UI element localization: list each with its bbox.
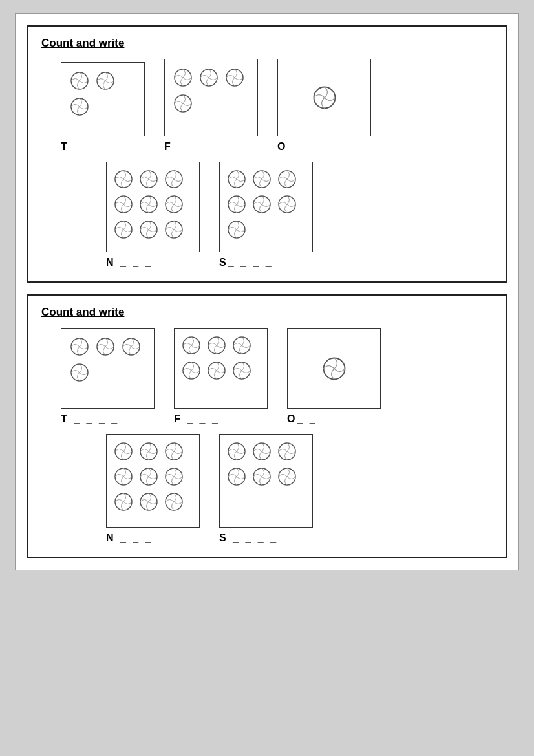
ball-f2-1 (182, 336, 201, 355)
ball-n1-6 (164, 195, 184, 214)
ball-s1-1 (227, 169, 246, 189)
item-n1: N _ _ _ (106, 162, 200, 268)
ball-n2-6 (164, 467, 184, 486)
ball-s2-4 (227, 467, 246, 486)
ball-t2-4 (70, 363, 89, 382)
ball-box-s2 (219, 434, 313, 528)
ball-s1-5 (252, 195, 272, 214)
label-o2: O_ _ (287, 413, 317, 425)
item-t1: T _ _ _ _ (61, 62, 145, 153)
ball-o1-1 (312, 85, 337, 110)
ball-s2-2 (252, 442, 272, 461)
ball-n2-2 (139, 442, 158, 461)
item-f1: F _ _ _ (164, 59, 258, 153)
ball-n2-5 (139, 467, 158, 486)
ball-f2-3 (232, 336, 251, 355)
ball-s2-1 (227, 442, 246, 461)
ball-box-s1 (219, 162, 313, 252)
ball-f2-5 (207, 361, 226, 380)
label-n1: N _ _ _ (106, 257, 153, 268)
ball-n2-8 (139, 492, 158, 512)
label-s1: S_ _ _ _ (219, 257, 273, 268)
ball-f1-4 (173, 94, 193, 113)
ball-n2-3 (164, 442, 184, 461)
section-1-title: Count and write (41, 37, 493, 50)
item-o2: O_ _ (287, 328, 381, 425)
ball-f2-4 (182, 361, 201, 380)
ball-n1-7 (114, 220, 133, 239)
label-o1: O_ _ (277, 141, 308, 153)
label-s2: S _ _ _ _ (219, 532, 278, 544)
section-2-title: Count and write (41, 306, 493, 319)
ball-t1-1 (70, 71, 89, 91)
ball-box-o1 (277, 59, 371, 136)
ball-s1-3 (277, 169, 297, 189)
ball-f1-3 (225, 68, 244, 87)
worksheet-page: Count and write T _ _ _ _ (15, 13, 519, 570)
ball-n2-1 (114, 442, 133, 461)
label-t2: T _ _ _ _ (61, 413, 119, 425)
ball-o2-1 (322, 356, 347, 381)
item-f2: F _ _ _ (174, 328, 268, 425)
ball-s2-5 (252, 467, 272, 486)
ball-t2-3 (122, 337, 141, 356)
ball-n1-4 (114, 195, 133, 214)
ball-f2-6 (232, 361, 251, 380)
ball-n2-9 (164, 492, 184, 512)
item-s1: S_ _ _ _ (219, 162, 313, 268)
section-2: Count and write T _ _ _ _ (27, 294, 507, 558)
ball-f1-1 (173, 68, 193, 87)
item-t2: T _ _ _ _ (61, 328, 155, 425)
ball-t1-3 (70, 97, 89, 116)
ball-n1-2 (139, 169, 158, 189)
section-1: Count and write T _ _ _ _ (27, 25, 507, 283)
ball-box-n2 (106, 434, 200, 528)
ball-s1-2 (252, 169, 272, 189)
ball-box-n1 (106, 162, 200, 252)
ball-box-o2 (287, 328, 381, 409)
ball-n1-9 (164, 220, 184, 239)
label-f1: F _ _ _ (164, 141, 210, 153)
ball-t2-1 (70, 337, 89, 356)
ball-s2-6 (277, 467, 297, 486)
ball-t2-2 (96, 337, 115, 356)
ball-box-f1 (164, 59, 258, 136)
label-t1: T _ _ _ _ (61, 141, 119, 153)
ball-f1-2 (199, 68, 219, 87)
ball-s1-7 (227, 220, 246, 239)
ball-box-t1 (61, 62, 145, 136)
ball-n1-5 (139, 195, 158, 214)
label-n2: N _ _ _ (106, 532, 153, 544)
ball-box-f2 (174, 328, 268, 409)
label-f2: F _ _ _ (174, 413, 220, 425)
ball-t1-2 (96, 71, 115, 91)
ball-f2-2 (207, 336, 226, 355)
ball-n2-7 (114, 492, 133, 512)
ball-n1-1 (114, 169, 133, 189)
item-s2: S _ _ _ _ (219, 434, 313, 544)
ball-n1-8 (139, 220, 158, 239)
item-o1: O_ _ (277, 59, 371, 153)
ball-s2-3 (277, 442, 297, 461)
ball-s1-6 (277, 195, 297, 214)
ball-s1-4 (227, 195, 246, 214)
ball-n2-4 (114, 467, 133, 486)
ball-n1-3 (164, 169, 184, 189)
ball-box-t2 (61, 328, 155, 409)
item-n2: N _ _ _ (106, 434, 200, 544)
